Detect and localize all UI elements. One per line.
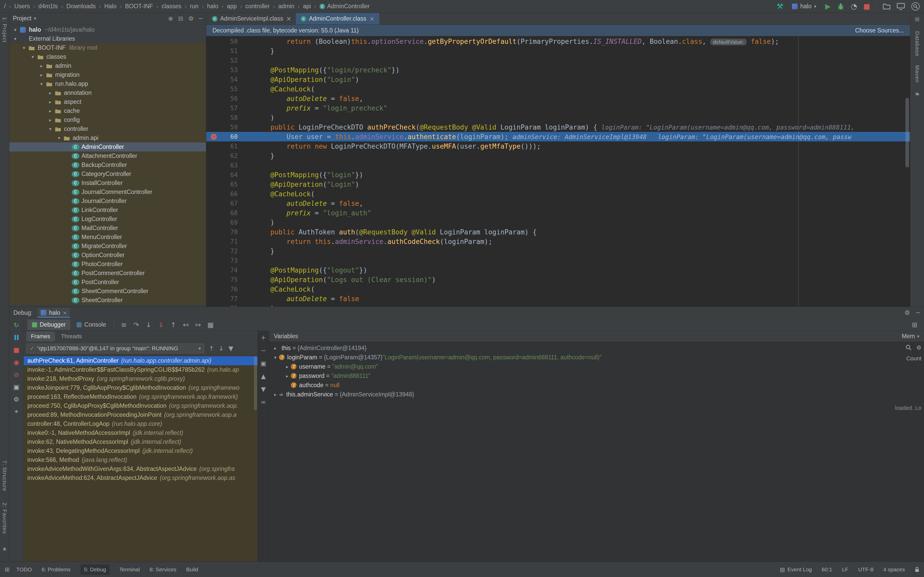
settings-gear-icon[interactable]: ⚙ [11, 395, 22, 404]
force-step-into-icon[interactable]: ⇓ [155, 321, 166, 329]
tree-item-PhotoController[interactable]: CPhotoController [9, 259, 206, 269]
tree-item-config[interactable]: ▸config [9, 115, 206, 124]
step-menu-icon[interactable]: ≡ [118, 321, 129, 329]
monitor-icon[interactable] [897, 3, 905, 10]
code-line-60[interactable]: 60 User user = this.adminService.authent… [206, 132, 910, 142]
breadcrumb-item[interactable]: Halo [104, 3, 116, 10]
tree-item-migration[interactable]: ▸migration [9, 70, 206, 79]
stack-frame[interactable]: invoke:566, Method(java.lang.reflect) [24, 455, 258, 464]
stack-frame[interactable]: invoke:-1, AdminController$$FastClassByS… [24, 365, 258, 374]
stack-frame[interactable]: controller:48, ControllerLogAop(run.halo… [24, 419, 258, 429]
tree-item-AttachmentController[interactable]: CAttachmentController [9, 152, 206, 161]
tree-item-run.halo.app[interactable]: ▾run.halo.app [9, 79, 206, 89]
chevron-right-icon[interactable]: ▸ [47, 108, 54, 114]
chevron-down-icon[interactable]: ▾ [34, 16, 36, 21]
code-line-59[interactable]: 59 public LoginPreCheckDTO authPreCheck(… [206, 122, 910, 132]
tool-stripe-database[interactable]: Database [914, 31, 921, 56]
tab-frames[interactable]: Frames [26, 332, 55, 341]
chevron-right-icon[interactable]: ▸ [272, 392, 279, 397]
chevron-right-icon[interactable]: ▸ [272, 345, 279, 351]
code-line-75[interactable]: 75 @ApiOperation("Logs out (Clear sessio… [206, 275, 910, 284]
remove-icon[interactable]: − [261, 347, 266, 354]
variable-row[interactable]: ▾floginParam = {LoginParam@14357} "Login… [269, 353, 924, 362]
code-line-58[interactable]: 58 ) [206, 113, 910, 122]
code-line-69[interactable]: 69 ) [206, 218, 910, 227]
breadcrumb-item[interactable]: app [227, 3, 237, 10]
window-icon[interactable]: ⊞ [915, 16, 919, 23]
statusbar-info-60-1[interactable]: 60:1 [822, 566, 832, 573]
tool-stripe-project[interactable]: 1: Project [2, 17, 8, 42]
run-button[interactable]: ▶ [825, 2, 831, 11]
code-line-66[interactable]: 66 @CacheLock( [206, 189, 910, 198]
chevron-down-icon[interactable]: ▾ [47, 126, 54, 132]
code-line-61[interactable]: 61 return new LoginPreCheckDTO(MFAType.u… [206, 142, 910, 151]
memory-view-button[interactable]: Mem ▾ [902, 333, 919, 340]
variable-row[interactable]: ▸fusername = "admin@qq.com" [269, 362, 924, 371]
tree-item-InstallController[interactable]: CInstallController [9, 179, 206, 187]
statusbar-item-terminal[interactable]: Terminal [120, 566, 140, 573]
duplicate-icon[interactable]: ▣ [260, 360, 267, 367]
stack-frame[interactable]: proceed:89, MethodInvocationProceedingJo… [24, 410, 258, 419]
close-icon[interactable]: × [63, 310, 67, 316]
editor-tab[interactable]: CAdminServiceImpl.class× [207, 13, 296, 24]
chevron-down-icon[interactable]: ▾ [20, 45, 28, 50]
tree-item-BackupController[interactable]: CBackupController [9, 161, 206, 169]
statusbar-info-4-spaces[interactable]: 4 spaces [883, 566, 905, 573]
tree-item-annotation[interactable]: ▸annotation [9, 89, 206, 97]
stack-frame[interactable]: invoke:43, DelegatingMethodAccessorImpl(… [24, 446, 258, 455]
code-line-54[interactable]: 54 @ApiOperation("Login") [206, 75, 910, 84]
camera-icon[interactable]: ▣ [11, 382, 22, 391]
tree-item-cache[interactable]: ▸cache [9, 106, 206, 115]
code-line-57[interactable]: 57 prefix = "login_precheck" [206, 103, 910, 113]
close-icon[interactable]: × [286, 15, 291, 23]
move-up-icon[interactable]: ▲ [261, 373, 265, 380]
code-line-72[interactable]: 72 } [206, 246, 910, 256]
code-line-64[interactable]: 64 @PostMapping({"login"}) [206, 170, 910, 179]
step-into-icon[interactable]: ↓ [143, 321, 154, 329]
code-line-71[interactable]: 71 return this.adminService.authCodeChec… [206, 237, 910, 246]
statusbar-info-utf-8[interactable]: UTF-8 [858, 566, 874, 573]
search-icon[interactable] [905, 344, 912, 351]
choose-sources-link[interactable]: Choose Sources... [855, 27, 904, 34]
move-down-icon[interactable]: ▼ [261, 385, 265, 393]
chevron-down-icon[interactable]: ▾ [55, 135, 63, 141]
profiler-button[interactable]: ◔ [851, 2, 857, 11]
code-line-70[interactable]: 70 public AuthToken auth(@RequestBody @V… [206, 227, 910, 237]
pause-icon[interactable] [11, 333, 22, 342]
chevron-right-icon[interactable]: ▸ [47, 90, 54, 95]
code-line-51[interactable]: 51 } [206, 46, 910, 56]
tree-item-LinkController[interactable]: CLinkController [9, 206, 206, 214]
chevron-right-icon[interactable]: ▸ [47, 99, 54, 105]
debug-session-tab[interactable]: halo × [38, 308, 70, 318]
stack-frame[interactable]: authPreCheck:61, AdminController(run.hal… [24, 356, 258, 365]
tree-item-JournalController[interactable]: CJournalController [9, 197, 206, 206]
stack-frame[interactable]: invoke:218, MethodProxy(org.springframew… [24, 374, 258, 383]
stop-icon[interactable]: ■ [11, 345, 22, 354]
code-line-78[interactable]: 78 ) [206, 303, 910, 306]
frames-scrollbar[interactable] [254, 356, 257, 410]
view-breakpoints-icon[interactable]: ◉ [11, 358, 22, 367]
gear-icon[interactable]: ⚙ [189, 15, 194, 22]
editor-scrollbar[interactable] [905, 36, 909, 306]
layout-settings-icon[interactable]: ⊞ [909, 321, 921, 329]
toolwindow-switcher-icon[interactable]: ⊞ [5, 566, 10, 573]
filter-frames-icon[interactable]: ▼ [228, 345, 233, 352]
drop-frame-icon[interactable]: ↤ [180, 321, 191, 329]
close-icon[interactable]: × [370, 15, 375, 23]
tree-item-AdminController[interactable]: CAdminController [9, 142, 206, 152]
statusbar-item-5-debug[interactable]: 5: Debug [81, 564, 110, 575]
tree-item-JournalCommentController[interactable]: CJournalCommentController [9, 187, 206, 197]
code-line-74[interactable]: 74 @PostMapping({"logout"}) [206, 265, 910, 275]
lock-icon[interactable] [915, 567, 919, 572]
tool-stripe-structure[interactable]: 7: Structure [2, 460, 8, 492]
code-line-50[interactable]: 50 return (Boolean)this.optionService.ge… [206, 37, 910, 46]
statusbar-item-6-problems[interactable]: 6: Problems [42, 566, 71, 573]
run-to-cursor-icon[interactable]: ↦ [192, 321, 204, 329]
watch-glasses-icon[interactable]: ∞ [261, 398, 266, 406]
chevron-right-icon[interactable]: ▸ [47, 117, 54, 122]
thread-selector[interactable]: ✓ "qtp1857007886-30"@6,147 in group "mai… [26, 343, 204, 353]
tree-item-LogController[interactable]: CLogController [9, 214, 206, 224]
tab-debugger[interactable]: Debugger [27, 319, 70, 330]
rerun-icon[interactable]: ↻ [11, 321, 22, 329]
previous-frame-icon[interactable]: ↑ [209, 345, 214, 352]
